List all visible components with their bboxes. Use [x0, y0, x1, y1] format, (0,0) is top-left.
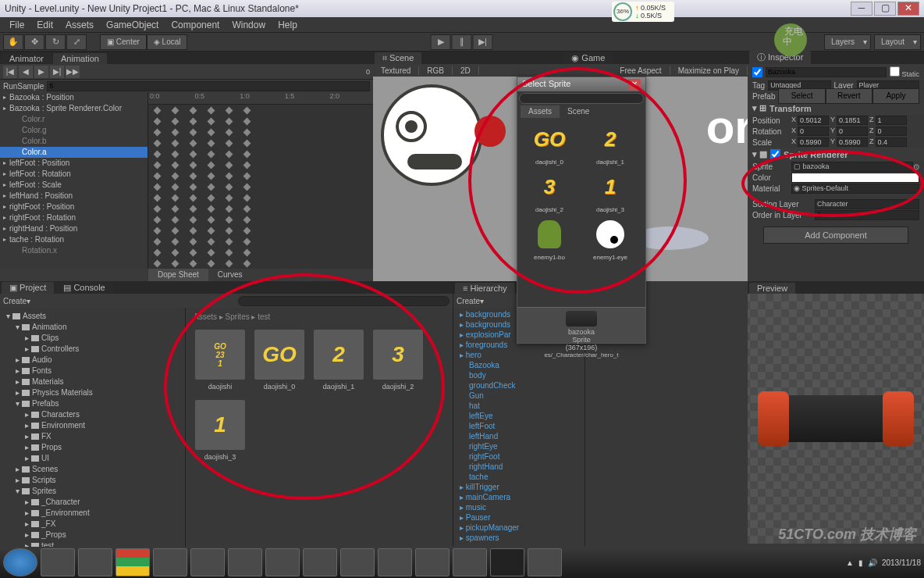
- sorting-layer-dropdown[interactable]: Character: [815, 199, 919, 209]
- keyframe-icon[interactable]: [208, 183, 215, 191]
- hierarchy-item[interactable]: ▸ pickupManager: [453, 523, 585, 533]
- keyframe-icon[interactable]: [208, 128, 215, 136]
- hierarchy-item[interactable]: ▸ music: [453, 502, 585, 512]
- keyframe-icon[interactable]: [243, 194, 251, 202]
- keyframe-icon[interactable]: [226, 161, 233, 169]
- keyframe-icon[interactable]: [154, 259, 162, 267]
- keyframe-icon[interactable]: [190, 139, 197, 147]
- menu-help[interactable]: Help: [272, 20, 304, 30]
- keyframe-row[interactable]: [148, 203, 373, 214]
- keyframe-icon[interactable]: [208, 194, 215, 202]
- popup-tab-assets[interactable]: Assets: [521, 105, 560, 118]
- keyframe-icon[interactable]: [226, 106, 233, 114]
- folder-item[interactable]: ▾ Assets: [0, 311, 185, 322]
- maximize-button[interactable]: ▢: [874, 2, 896, 16]
- folder-item[interactable]: ▸ _Props: [0, 530, 185, 541]
- close-button[interactable]: ✕: [897, 2, 919, 16]
- anim-property-row[interactable]: ▸leftFoot : Position: [0, 158, 147, 169]
- keyframe-icon[interactable]: [154, 194, 162, 202]
- folder-item[interactable]: ▸ Fonts: [0, 366, 185, 376]
- sprite-field[interactable]: ▢ bazooka: [791, 162, 913, 172]
- folder-item[interactable]: ▸ _Character: [0, 497, 185, 508]
- order-input[interactable]: [815, 210, 919, 220]
- keyframe-icon[interactable]: [243, 205, 251, 212]
- keyframe-icon[interactable]: [226, 216, 233, 223]
- keyframe-icon[interactable]: [172, 248, 179, 256]
- folder-item[interactable]: ▸ Characters: [0, 409, 185, 420]
- keyframe-icon[interactable]: [243, 172, 251, 180]
- task-app[interactable]: [190, 548, 225, 576]
- aspect-dropdown[interactable]: Free Aspect: [612, 66, 670, 75]
- keyframe-icon[interactable]: [172, 139, 179, 147]
- rot-x[interactable]: [798, 127, 829, 136]
- keyframe-icon[interactable]: [154, 139, 162, 147]
- hierarchy-item[interactable]: groundCheck: [453, 380, 585, 391]
- menu-window[interactable]: Window: [226, 20, 272, 30]
- hierarchy-item[interactable]: rightFoot: [453, 451, 585, 462]
- folder-item[interactable]: ▸ Props: [0, 442, 185, 453]
- task-app[interactable]: [78, 548, 112, 576]
- anim-clip-dropdown[interactable]: Run: [3, 82, 17, 91]
- keyframe-icon[interactable]: [172, 106, 179, 114]
- sprite-picker-item[interactable]: 3daojishi_2: [521, 169, 578, 213]
- anim-property-row[interactable]: Rotation.x: [0, 245, 147, 256]
- task-app[interactable]: [378, 548, 412, 576]
- keyframe-row[interactable]: [148, 247, 373, 258]
- keyframe-icon[interactable]: [172, 172, 179, 180]
- hierarchy-item[interactable]: rightEye: [453, 441, 585, 451]
- keyframe-icon[interactable]: [243, 259, 251, 267]
- pause-button[interactable]: ∥: [452, 34, 472, 50]
- keyframe-icon[interactable]: [226, 248, 233, 256]
- keyframe-icon[interactable]: [243, 161, 251, 169]
- anim-property-row[interactable]: Color.g: [0, 125, 147, 136]
- prefab-revert[interactable]: Revert: [826, 88, 872, 104]
- pivot-center[interactable]: ▣ Center: [100, 34, 147, 50]
- prefab-apply[interactable]: Apply: [872, 88, 919, 104]
- folder-item[interactable]: ▸ UI: [0, 453, 185, 464]
- anim-next[interactable]: ▶|: [50, 66, 64, 78]
- keyframe-icon[interactable]: [190, 128, 197, 136]
- mode-2d[interactable]: 2D: [453, 66, 479, 75]
- anim-prev[interactable]: ◀: [19, 66, 33, 78]
- task-app[interactable]: [228, 548, 262, 576]
- keyframe-icon[interactable]: [243, 183, 251, 191]
- curves-tab[interactable]: Curves: [208, 269, 252, 281]
- keyframe-icon[interactable]: [226, 172, 233, 180]
- task-chrome[interactable]: [116, 548, 150, 576]
- keyframe-icon[interactable]: [226, 139, 233, 147]
- sprite-picker-item[interactable]: 2daojishi_1: [581, 121, 639, 166]
- keyframe-icon[interactable]: [208, 205, 215, 212]
- tab-game[interactable]: ◉ Game: [563, 52, 613, 64]
- keyframe-icon[interactable]: [172, 150, 179, 158]
- keyframe-icon[interactable]: [208, 259, 215, 267]
- keyframe-row[interactable]: [148, 116, 373, 127]
- material-field[interactable]: ◉ Sprites-Default: [791, 184, 919, 194]
- keyframe-icon[interactable]: [226, 237, 233, 245]
- keyframe-icon[interactable]: [190, 150, 197, 158]
- keyframe-icon[interactable]: [172, 227, 179, 234]
- folder-item[interactable]: ▸ _FX: [0, 519, 185, 530]
- anim-last[interactable]: ▶▶: [66, 66, 80, 78]
- scl-y[interactable]: [837, 137, 868, 147]
- keyframe-icon[interactable]: [208, 216, 215, 223]
- sprite-picker-item[interactable]: 1daojishi_3: [581, 169, 639, 213]
- keyframe-row[interactable]: [148, 192, 373, 203]
- keyframe-icon[interactable]: [190, 117, 197, 125]
- asset-item[interactable]: 3daojishi_2: [373, 330, 423, 391]
- rot-z[interactable]: [876, 127, 907, 136]
- anim-property-row[interactable]: ▸tache : Rotation: [0, 234, 147, 245]
- go-active-checkbox[interactable]: [752, 67, 762, 77]
- step-button[interactable]: ▶|: [473, 34, 493, 50]
- keyframe-icon[interactable]: [190, 248, 197, 256]
- anim-play[interactable]: ▶: [34, 66, 48, 78]
- hierarchy-item[interactable]: Bazooka: [453, 360, 585, 370]
- asset-item[interactable]: GOdaojishi_0: [254, 330, 304, 391]
- anim-property-row[interactable]: ▸rightFoot : Position: [0, 202, 147, 212]
- keyframe-icon[interactable]: [172, 237, 179, 245]
- tab-scene[interactable]: ⌗ Scene: [375, 52, 421, 64]
- folder-item[interactable]: ▸ Audio: [0, 355, 185, 366]
- keyframe-icon[interactable]: [208, 161, 215, 169]
- anim-property-row[interactable]: ▸leftFoot : Rotation: [0, 169, 147, 180]
- keyframe-icon[interactable]: [208, 172, 215, 180]
- popup-tab-scene[interactable]: Scene: [560, 105, 597, 118]
